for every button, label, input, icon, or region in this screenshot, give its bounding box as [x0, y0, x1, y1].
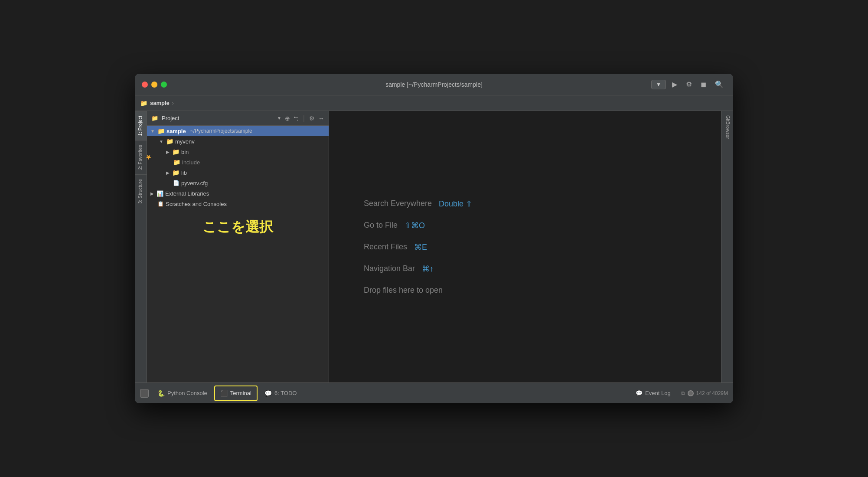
terminal-label: Terminal	[230, 390, 251, 396]
panel-collapse-icon[interactable]: ≒	[294, 115, 299, 122]
search-everywhere-button[interactable]: 🔍	[712, 78, 726, 90]
event-log-label: Event Log	[645, 390, 671, 396]
hint-recent-text: Recent Files	[364, 242, 407, 252]
favorites-star-icon: ★	[143, 145, 154, 170]
tree-item-path-sample: ~/PycharmProjects/sample	[190, 128, 252, 134]
main-content: 1: Project 2: Favorites ★ 3: Structure 📁…	[135, 111, 733, 382]
settings-button[interactable]: ⚙	[683, 78, 695, 90]
file-icon: 📄	[173, 180, 179, 186]
tree-item-scratches[interactable]: 📋 Scratches and Consoles	[147, 199, 329, 209]
todo-icon: 💬	[264, 390, 272, 397]
hint-drop-files: Drop files here to open	[364, 286, 721, 295]
memory-indicator: ⧉ 142 of 4029M	[681, 390, 728, 396]
minimize-button[interactable]	[151, 82, 157, 88]
sidebar-item-structure[interactable]: 3: Structure	[135, 174, 147, 208]
run-config-dropdown[interactable]: ▼	[651, 80, 666, 89]
project-panel: 📁 Project ▼ ⊕ ≒ | ⚙ ↔ ▼ 📁 sample ~/Pycha…	[147, 111, 329, 382]
toolbar-right: ▼ ▶ ⚙ ◼ 🔍	[651, 78, 726, 90]
chevron-down-icon: ▼	[150, 129, 155, 134]
chevron-right-icon: ▶	[166, 150, 170, 154]
folder-orange-icon: 📁	[172, 148, 179, 155]
editor-area: Search Everywhere Double ⇧ Go to File ⇧⌘…	[329, 111, 721, 382]
library-icon: 📊	[157, 190, 163, 197]
hint-search-shortcut: Double ⇧	[439, 199, 472, 209]
panel-dropdown-arrow-icon[interactable]: ▼	[277, 116, 281, 121]
statusbar: 🐍 Python Console ⬛ Terminal 💬 6: TODO 💬 …	[135, 382, 733, 403]
panel-scope-icon[interactable]: ⊕	[285, 115, 290, 122]
terminal-icon: ⬛	[220, 390, 228, 397]
window-title: sample [~/PycharmProjects/sample]	[385, 81, 483, 88]
chevron-right-icon: ▶	[150, 191, 154, 196]
file-tree: ▼ 📁 sample ~/PycharmProjects/sample ▼ 📁 …	[147, 126, 329, 382]
folder-orange-icon: 📁	[172, 169, 179, 176]
folder-blue-icon: 📁	[157, 127, 165, 134]
tree-item-label-include: include	[182, 159, 200, 166]
left-side-tabs: 1: Project 2: Favorites ★ 3: Structure	[135, 111, 147, 382]
event-log-tab[interactable]: 💬 Event Log	[630, 386, 676, 401]
python-console-label: Python Console	[167, 390, 207, 396]
folder-icon: 📁	[140, 100, 147, 107]
copy-icon: ⧉	[681, 390, 685, 396]
tree-item-sample[interactable]: ▼ 📁 sample ~/PycharmProjects/sample	[147, 126, 329, 136]
sidebar-item-favorites[interactable]: 2: Favorites ★	[135, 140, 147, 174]
tree-item-label-external-libraries: External Libraries	[165, 190, 209, 197]
close-button[interactable]	[142, 82, 148, 88]
tree-item-lib[interactable]: ▶ 📁 lib	[147, 167, 329, 178]
terminal-tab[interactable]: ⬛ Terminal	[214, 386, 258, 401]
hint-recent-shortcut: ⌘E	[414, 242, 427, 252]
todo-label: 6: TODO	[274, 390, 297, 396]
maximize-button[interactable]	[161, 82, 167, 88]
git-browser-label: GitBrowser	[725, 115, 731, 139]
titlebar: sample [~/PycharmProjects/sample] ▼ ▶ ⚙ …	[135, 74, 733, 95]
tree-item-label-bin: bin	[181, 149, 189, 155]
event-log-icon: 💬	[636, 390, 643, 396]
tree-item-pyvenv[interactable]: 📄 pyvenv.cfg	[147, 178, 329, 188]
hint-search-text: Search Everywhere	[364, 199, 432, 208]
sidebar-item-git-browser[interactable]: GitBrowser	[721, 111, 733, 143]
dropdown-arrow-icon: ▼	[656, 82, 661, 88]
chevron-right-icon: ▶	[166, 170, 170, 175]
tree-item-myvenv[interactable]: ▼ 📁 myvenv	[147, 136, 329, 147]
tree-item-label-myvenv: myvenv	[175, 138, 195, 145]
hint-nav-text: Navigation Bar	[364, 264, 415, 273]
statusbar-left-icon	[140, 389, 149, 398]
todo-tab[interactable]: 💬 6: TODO	[259, 386, 302, 401]
navbar-arrow: ›	[172, 100, 174, 106]
hint-navigation-bar: Navigation Bar ⌘↑	[364, 264, 721, 274]
tree-item-include[interactable]: 📁 include	[147, 157, 329, 167]
project-panel-title: Project	[162, 115, 274, 121]
navbar: 📁 sample ›	[135, 95, 733, 111]
right-side-tabs: GitBrowser	[721, 111, 733, 382]
tree-item-label-pyvenv: pyvenv.cfg	[181, 180, 208, 186]
python-console-tab[interactable]: 🐍 Python Console	[152, 386, 212, 401]
hint-goto-file: Go to File ⇧⌘O	[364, 221, 721, 230]
tree-item-label-scratches: Scratches and Consoles	[166, 201, 227, 207]
memory-dot-icon	[688, 390, 694, 396]
python-icon: 🐍	[157, 390, 165, 397]
memory-usage-label: 142 of 4029M	[696, 390, 728, 396]
tree-item-label-lib: lib	[181, 170, 187, 176]
folder-orange-icon: 📁	[166, 138, 173, 145]
sidebar-item-project[interactable]: 1: Project	[135, 111, 147, 140]
hint-recent-files: Recent Files ⌘E	[364, 242, 721, 252]
tree-item-bin[interactable]: ▶ 📁 bin	[147, 147, 329, 157]
navbar-project-name: sample	[150, 100, 170, 106]
tree-item-external-libraries[interactable]: ▶ 📊 External Libraries	[147, 188, 329, 199]
scratch-icon: 📋	[157, 201, 164, 207]
hint-goto-text: Go to File	[364, 221, 398, 230]
chevron-down-icon: ▼	[159, 139, 163, 144]
project-panel-folder-icon: 📁	[151, 115, 158, 121]
hint-drop-text: Drop files here to open	[364, 286, 443, 295]
project-panel-header: 📁 Project ▼ ⊕ ≒ | ⚙ ↔	[147, 111, 329, 126]
statusbar-right: 💬 Event Log ⧉ 142 of 4029M	[630, 386, 728, 401]
hint-goto-shortcut: ⇧⌘O	[405, 221, 425, 230]
annotation-text: ここを選択	[147, 209, 329, 245]
panel-settings-icon[interactable]: ⚙	[309, 115, 315, 122]
panel-separator: |	[303, 114, 305, 122]
panel-layout-icon[interactable]: ↔	[318, 115, 324, 122]
folder-orange-icon: 📁	[173, 159, 180, 166]
run-button[interactable]: ▶	[669, 78, 680, 90]
traffic-lights	[142, 82, 167, 88]
stop-button[interactable]: ◼	[698, 78, 709, 90]
editor-hints: Search Everywhere Double ⇧ Go to File ⇧⌘…	[329, 111, 721, 382]
